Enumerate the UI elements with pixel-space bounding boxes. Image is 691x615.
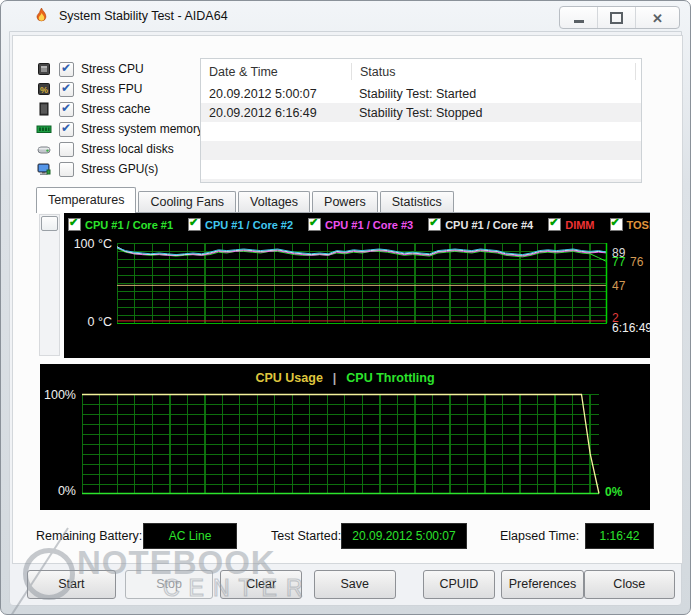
cell-date-time: 20.09.2012 6:16:49 bbox=[201, 106, 351, 120]
status-box-elapsed-time: 1:16:42 bbox=[585, 523, 654, 549]
checkbox-stress-local-disks[interactable] bbox=[59, 142, 74, 157]
window-title: System Stability Test - AIDA64 bbox=[59, 9, 228, 23]
stress-option-stress-cpu[interactable]: Stress CPU bbox=[36, 59, 206, 79]
checkbox-stress-cache[interactable] bbox=[59, 102, 74, 117]
legend-checkbox[interactable] bbox=[428, 218, 441, 231]
legend-checkbox[interactable] bbox=[548, 218, 561, 231]
cpuid-button[interactable]: CPUID bbox=[423, 570, 496, 599]
status-box-test-started: 20.09.2012 5:00:07 bbox=[341, 523, 467, 549]
stop-button: Stop bbox=[125, 570, 214, 599]
button-row: StartStopClearSaveCPUIDPreferencesClose bbox=[12, 565, 681, 603]
stress-option-stress-gpu-s[interactable]: Stress GPU(s) bbox=[36, 159, 206, 179]
temperature-chart: CPU #1 / Core #1CPU #1 / Core #2CPU #1 /… bbox=[64, 213, 650, 358]
stress-option-stress-fpu[interactable]: %Stress FPU bbox=[36, 79, 206, 99]
legend-item-cpu-1-core-3[interactable]: CPU #1 / Core #3 bbox=[308, 218, 413, 231]
cpu-icon bbox=[36, 61, 52, 77]
tab-voltages[interactable]: Voltages bbox=[238, 191, 310, 212]
legend-label: CPU #1 / Core #2 bbox=[205, 219, 293, 231]
stress-options-group: Stress CPU%Stress FPUStress cacheStress … bbox=[36, 59, 206, 179]
table-row[interactable] bbox=[201, 122, 641, 141]
column-header-status[interactable]: Status bbox=[352, 63, 636, 80]
tab-temperatures[interactable]: Temperatures bbox=[36, 187, 136, 213]
close-icon bbox=[652, 9, 663, 27]
legend-item-toshiba-mk1[interactable]: TOSHIBA MK1 bbox=[610, 218, 650, 231]
legend-scrollbar[interactable] bbox=[39, 214, 60, 356]
legend-checkbox[interactable] bbox=[68, 218, 81, 231]
legend-item-cpu-1-core-2[interactable]: CPU #1 / Core #2 bbox=[188, 218, 293, 231]
content-panel: Stress CPU%Stress FPUStress cacheStress … bbox=[12, 35, 683, 564]
cache-icon bbox=[36, 101, 52, 117]
sensor-reading-47: 47 bbox=[612, 279, 625, 293]
tab-cooling-fans[interactable]: Cooling Fans bbox=[138, 191, 236, 212]
save-button[interactable]: Save bbox=[314, 570, 396, 599]
scrollbar-thumb[interactable] bbox=[41, 216, 58, 231]
tab-powers[interactable]: Powers bbox=[312, 191, 378, 212]
minimize-icon bbox=[574, 20, 584, 23]
maximize-button[interactable] bbox=[598, 7, 636, 28]
close-button[interactable]: Close bbox=[584, 570, 675, 599]
tab-statistics[interactable]: Statistics bbox=[380, 191, 454, 212]
cpu-y-label-min: 0% bbox=[40, 484, 76, 498]
cpu-title-part: | bbox=[333, 371, 337, 385]
cell-status: Stability Test: Started bbox=[351, 87, 634, 101]
legend-label: CPU #1 / Core #3 bbox=[325, 219, 413, 231]
minimize-button[interactable] bbox=[560, 7, 598, 28]
legend-item-cpu-1-core-1[interactable]: CPU #1 / Core #1 bbox=[68, 218, 173, 231]
table-header: Date & Time Status bbox=[201, 59, 641, 84]
cpu-title-part: CPU Usage bbox=[255, 371, 322, 385]
checkbox-stress-cpu[interactable] bbox=[59, 62, 74, 77]
close-button[interactable] bbox=[636, 7, 679, 28]
table-row[interactable] bbox=[201, 179, 641, 183]
checkbox-stress-gpu-s[interactable] bbox=[59, 162, 74, 177]
checkbox-stress-fpu[interactable] bbox=[59, 82, 74, 97]
legend-checkbox[interactable] bbox=[308, 218, 321, 231]
status-label-test-started: Test Started: bbox=[271, 529, 341, 543]
legend-checkbox[interactable] bbox=[610, 218, 623, 231]
status-label-elapsed-time: Elapsed Time: bbox=[500, 529, 579, 543]
maximize-icon bbox=[610, 12, 623, 24]
time-axis-label: 6:16:49 bbox=[612, 321, 650, 335]
titlebar[interactable]: System Stability Test - AIDA64 bbox=[1, 1, 690, 31]
cpu-usage-plot bbox=[82, 394, 599, 494]
legend-item-cpu-1-core-4[interactable]: CPU #1 / Core #4 bbox=[428, 218, 533, 231]
checkbox-stress-system-memory[interactable] bbox=[59, 122, 74, 137]
start-button[interactable]: Start bbox=[27, 570, 116, 599]
status-box-remaining-battery: AC Line bbox=[143, 523, 237, 549]
status-value: 20.09.2012 5:00:07 bbox=[352, 529, 455, 543]
fpu-icon: % bbox=[36, 81, 52, 97]
disk-icon bbox=[36, 141, 52, 157]
table-row[interactable] bbox=[201, 141, 641, 160]
sensor-legend: CPU #1 / Core #1CPU #1 / Core #2CPU #1 /… bbox=[68, 217, 650, 232]
window: System Stability Test - AIDA64 Stress CP… bbox=[0, 0, 691, 615]
stress-option-label: Stress FPU bbox=[81, 82, 142, 96]
cpu-throttling-reading: 0% bbox=[605, 485, 622, 499]
cpu-title-part: CPU Throttling bbox=[346, 371, 434, 385]
legend-item-dimm[interactable]: DIMM bbox=[548, 218, 594, 231]
tab-strip: TemperaturesCooling FansVoltagesPowersSt… bbox=[36, 186, 650, 213]
stress-option-stress-system-memory[interactable]: Stress system memory bbox=[36, 119, 206, 139]
legend-checkbox[interactable] bbox=[188, 218, 201, 231]
legend-label: CPU #1 / Core #1 bbox=[85, 219, 173, 231]
y-axis-label-min: 0 °C bbox=[70, 315, 112, 329]
column-header-date-time[interactable]: Date & Time bbox=[201, 63, 352, 80]
clear-button[interactable]: Clear bbox=[220, 570, 302, 599]
gpu-icon bbox=[36, 161, 52, 177]
stress-option-stress-cache[interactable]: Stress cache bbox=[36, 99, 206, 119]
status-value: AC Line bbox=[169, 529, 212, 543]
app-flame-icon bbox=[33, 7, 50, 25]
memory-icon bbox=[36, 121, 52, 137]
sensor-reading-76: 76 bbox=[630, 255, 643, 269]
table-row[interactable]: 20.09.2012 5:00:07Stability Test: Starte… bbox=[201, 84, 641, 103]
stress-option-stress-local-disks[interactable]: Stress local disks bbox=[36, 139, 206, 159]
legend-label: TOSHIBA MK1 bbox=[627, 219, 650, 231]
svg-text:%: % bbox=[40, 85, 48, 95]
preferences-button[interactable]: Preferences bbox=[501, 570, 583, 599]
window-controls bbox=[559, 6, 680, 29]
table-body: 20.09.2012 5:00:07Stability Test: Starte… bbox=[201, 84, 641, 183]
table-row[interactable]: 20.09.2012 6:16:49Stability Test: Stoppe… bbox=[201, 103, 641, 122]
table-row[interactable] bbox=[201, 160, 641, 179]
stress-option-label: Stress local disks bbox=[81, 142, 174, 156]
cpu-chart-title: CPU Usage|CPU Throttling bbox=[40, 371, 650, 385]
stress-option-label: Stress system memory bbox=[81, 122, 203, 136]
stress-option-label: Stress cache bbox=[81, 102, 150, 116]
